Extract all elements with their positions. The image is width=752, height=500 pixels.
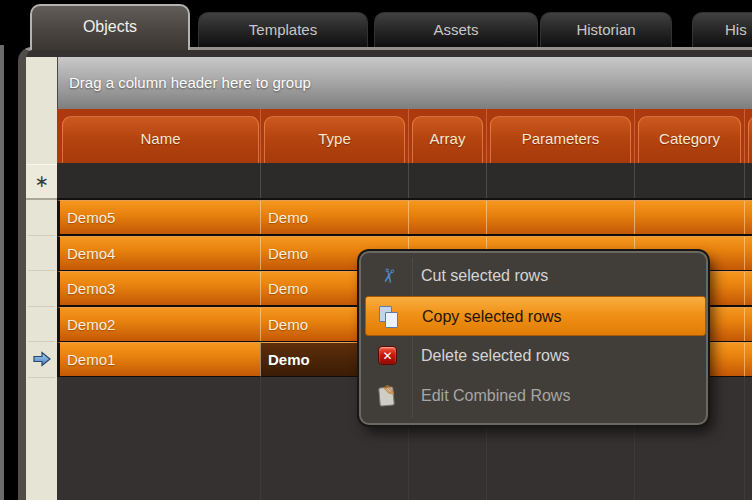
column-header-array-label: Array <box>430 130 466 147</box>
window-edge-strip <box>0 45 4 500</box>
column-separator <box>744 163 745 198</box>
gutter-divider <box>28 235 55 236</box>
copy-icon <box>377 305 401 329</box>
cell-filler <box>744 343 752 376</box>
menu-item-label: Cut selected rows <box>421 256 548 296</box>
cell-parameters[interactable] <box>486 201 634 234</box>
cell-filler <box>744 272 752 305</box>
column-header-category-label: Category <box>659 130 720 147</box>
cell-filler <box>744 237 752 270</box>
column-separator <box>486 163 487 198</box>
cell-type[interactable]: Demo <box>260 201 408 234</box>
cell-category[interactable] <box>634 201 744 234</box>
cell-name[interactable]: Demo5 <box>60 201 260 234</box>
cell-name[interactable]: Demo2 <box>60 308 260 341</box>
column-header-array[interactable]: Array <box>412 116 483 163</box>
menu-item-cut-selected-rows[interactable]: ✂ Cut selected rows <box>365 256 706 296</box>
group-by-drop-bar: Drag a column header here to group <box>57 57 752 109</box>
group-by-hint-text: Drag a column header here to group <box>69 74 311 91</box>
tab-assets[interactable]: Assets <box>374 12 538 47</box>
column-separator <box>260 376 261 500</box>
column-header-type[interactable]: Type <box>264 116 405 163</box>
cell-filler <box>744 308 752 341</box>
app-window: Objects Templates Assets Historian His ∗ <box>0 0 752 500</box>
menu-item-label: Delete selected rows <box>421 336 570 376</box>
scissors-icon: ✂ <box>376 264 400 288</box>
tab-objects-label: Objects <box>83 18 137 35</box>
gutter-divider <box>28 270 55 271</box>
tab-templates-label: Templates <box>249 21 317 38</box>
tab-objects[interactable]: Objects <box>30 4 190 50</box>
gutter-divider <box>28 377 55 378</box>
column-header-name[interactable]: Name <box>62 116 259 163</box>
column-separator <box>744 109 745 163</box>
column-header-band: Name Type Array Parameters Category <box>57 109 752 163</box>
gutter-divider <box>28 306 55 307</box>
column-separator <box>408 163 409 198</box>
menu-item-delete-selected-rows[interactable]: ✕ Delete selected rows <box>365 336 706 376</box>
column-header-parameters-label: Parameters <box>522 130 600 147</box>
tab-his-label: His <box>725 21 747 38</box>
column-header-type-label: Type <box>318 130 351 147</box>
tab-templates[interactable]: Templates <box>198 12 368 47</box>
column-separator <box>260 163 261 198</box>
current-row-indicator-cell[interactable] <box>26 342 57 376</box>
column-separator <box>486 109 487 163</box>
column-separator <box>634 109 635 163</box>
tab-assets-label: Assets <box>433 21 478 38</box>
context-menu: ✂ Cut selected rows Copy selected rows ✕… <box>359 251 708 425</box>
new-row-indicator-cell[interactable]: ∗ <box>26 164 57 200</box>
column-header-category[interactable]: Category <box>638 116 741 163</box>
cell-array[interactable] <box>408 201 486 234</box>
tab-historian[interactable]: Historian <box>540 12 672 47</box>
row-header-gutter <box>26 57 57 500</box>
column-separator <box>260 109 261 163</box>
column-header-name-label: Name <box>140 130 180 147</box>
column-separator <box>634 163 635 198</box>
menu-item-label: Edit Combined Rows <box>421 376 570 416</box>
edit-icon <box>376 384 400 408</box>
menu-item-edit-combined-rows[interactable]: Edit Combined Rows <box>365 376 706 416</box>
tab-his-truncated[interactable]: His <box>692 12 752 47</box>
column-separator <box>744 376 745 500</box>
new-row-band[interactable] <box>57 163 752 200</box>
tab-historian-label: Historian <box>576 21 635 38</box>
current-row-arrow-icon <box>32 351 52 367</box>
new-row-asterisk-icon: ∗ <box>34 172 48 191</box>
menu-item-copy-selected-rows[interactable]: Copy selected rows <box>365 296 706 336</box>
delete-icon: ✕ <box>376 344 400 368</box>
column-header-partial[interactable] <box>748 116 752 163</box>
column-separator <box>408 109 409 163</box>
table-row-demo5[interactable]: Demo5 Demo <box>57 200 752 234</box>
column-header-parameters[interactable]: Parameters <box>490 116 631 163</box>
cell-name[interactable]: Demo4 <box>60 237 260 270</box>
cell-filler <box>744 201 752 234</box>
cell-name[interactable]: Demo3 <box>60 272 260 305</box>
cell-name[interactable]: Demo1 <box>60 343 260 376</box>
menu-item-label: Copy selected rows <box>422 297 562 337</box>
